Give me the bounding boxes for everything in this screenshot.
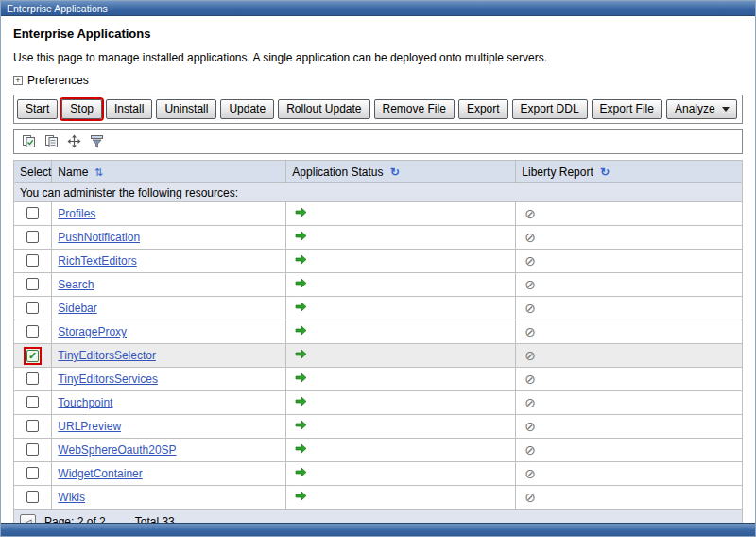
status-started-icon: [295, 372, 307, 383]
row-checkbox[interactable]: [26, 420, 39, 432]
sort-icon[interactable]: ⇅: [94, 166, 103, 178]
preferences-label: Preferences: [27, 74, 89, 87]
application-link[interactable]: StorageProxy: [58, 325, 127, 338]
status-started-icon: [295, 491, 307, 501]
row-checkbox[interactable]: [26, 231, 39, 243]
start-button[interactable]: Start: [17, 99, 58, 119]
checkbox-wrap: [26, 442, 40, 457]
not-available-icon: ⊘: [524, 206, 536, 221]
not-available-icon: ⊘: [524, 419, 536, 434]
application-link[interactable]: Profiles: [58, 207, 95, 220]
table-row: TinyEditorsServices ⊘: [14, 368, 743, 391]
table-row: PushNotification ⊘: [14, 226, 743, 250]
application-link[interactable]: Search: [58, 278, 94, 291]
application-link[interactable]: PushNotification: [58, 231, 140, 244]
export-button[interactable]: Export: [458, 99, 508, 119]
row-checkbox[interactable]: [26, 325, 39, 338]
action-toolbar: StartStopInstallUninstallUpdateRollout U…: [13, 95, 743, 124]
row-checkbox[interactable]: [26, 467, 39, 479]
table-row: Touchpoint ⊘: [14, 391, 743, 415]
row-checkbox[interactable]: [26, 443, 39, 456]
status-started-icon: [295, 278, 307, 288]
status-started-icon: [295, 207, 307, 217]
update-button[interactable]: Update: [220, 99, 274, 119]
window-title: Enterprise Applications: [1, 1, 755, 16]
checkbox-wrap: [26, 324, 40, 338]
status-started-icon: [295, 325, 307, 336]
enterprise-applications-window: Enterprise Applications Enterprise Appli…: [0, 0, 756, 537]
checkbox-wrap: [26, 466, 40, 480]
application-link[interactable]: RichTextEditors: [58, 254, 136, 268]
row-checkbox[interactable]: [26, 491, 39, 503]
table-row: Wikis ⊘: [14, 486, 743, 510]
row-checkbox[interactable]: [26, 207, 39, 219]
application-link[interactable]: TinyEditorsSelector: [58, 349, 156, 362]
application-link[interactable]: WidgetContainer: [58, 467, 142, 480]
not-available-icon: ⊘: [524, 253, 536, 268]
application-link[interactable]: Sidebar: [58, 302, 96, 315]
not-available-icon: ⊘: [524, 348, 536, 363]
not-available-icon: ⊘: [524, 442, 536, 458]
export-file-button[interactable]: Export File: [592, 99, 662, 119]
row-checkbox[interactable]: [26, 372, 39, 385]
row-checkbox[interactable]: [26, 278, 39, 290]
table-row: ✓ TinyEditorsSelector ⊘: [14, 344, 743, 368]
application-link[interactable]: URLPreview: [58, 420, 121, 433]
checkbox-wrap: [26, 301, 40, 315]
status-started-icon: [295, 231, 307, 241]
checkbox-wrap: [26, 206, 40, 220]
bottom-bar: [1, 523, 755, 536]
rollout-update-button[interactable]: Rollout Update: [278, 99, 369, 119]
checkbox-wrap: [26, 253, 40, 268]
page-description: Use this page to manage installed applic…: [13, 51, 743, 64]
preferences-toggle[interactable]: + Preferences: [13, 74, 89, 87]
not-available-icon: ⊘: [524, 230, 536, 245]
table-row: StorageProxy ⊘: [14, 320, 743, 344]
not-available-icon: ⊘: [524, 490, 536, 505]
applications-table: Select Name ⇅ Application Status ↻ Liber…: [13, 160, 743, 535]
checkbox-wrap: [26, 230, 40, 244]
admin-note-row: You can administer the following resourc…: [14, 183, 743, 202]
status-started-icon: [295, 254, 307, 265]
not-available-icon: ⊘: [524, 372, 536, 387]
column-header-liberty-report: Liberty Report ↻: [516, 161, 743, 183]
analyze-dropdown-button[interactable]: Analyze: [666, 99, 737, 119]
checkbox-wrap: [26, 419, 40, 433]
not-available-icon: ⊘: [524, 324, 536, 339]
application-link[interactable]: WebSphereOauth20SP: [58, 443, 176, 457]
checkbox-wrap: ✓: [26, 349, 40, 363]
column-header-select: Select: [14, 161, 52, 183]
remove-file-button[interactable]: Remove File: [374, 99, 455, 119]
uninstall-button[interactable]: Uninstall: [156, 99, 216, 119]
row-checkbox[interactable]: [26, 302, 39, 314]
page-content: Enterprise Applications Use this page to…: [1, 16, 755, 535]
table-row: Profiles ⊘: [14, 202, 743, 226]
row-checkbox[interactable]: ✓: [26, 350, 39, 362]
table-body: Profiles ⊘ PushNotification ⊘: [14, 202, 743, 510]
row-checkbox[interactable]: [26, 254, 39, 267]
select-all-icon[interactable]: [19, 132, 38, 150]
expand-columns-icon[interactable]: [64, 132, 83, 150]
table-row: RichTextEditors ⊘: [14, 250, 743, 273]
window-title-bar: Enterprise Applications: [1, 1, 755, 16]
export-ddl-button[interactable]: Export DDL: [512, 99, 588, 119]
admin-note: You can administer the following resourc…: [14, 183, 743, 202]
status-started-icon: [295, 349, 307, 359]
table-row: WidgetContainer ⊘: [14, 462, 743, 486]
show-filter-icon[interactable]: [87, 132, 106, 150]
status-refresh-icon[interactable]: ↻: [390, 165, 400, 179]
table-row: Search ⊘: [14, 273, 743, 297]
stop-button[interactable]: Stop: [61, 99, 102, 119]
application-link[interactable]: Wikis: [58, 491, 85, 504]
deselect-all-icon[interactable]: [42, 132, 60, 150]
checkbox-wrap: [26, 277, 40, 291]
row-checkbox[interactable]: [26, 396, 39, 408]
liberty-refresh-icon[interactable]: ↻: [600, 165, 610, 179]
application-link[interactable]: Touchpoint: [58, 396, 112, 409]
not-available-icon: ⊘: [524, 466, 536, 481]
column-header-name: Name ⇅: [52, 161, 286, 183]
application-link[interactable]: TinyEditorsServices: [58, 372, 158, 386]
expand-plus-icon[interactable]: +: [13, 76, 23, 85]
install-button[interactable]: Install: [106, 99, 152, 119]
checkbox-wrap: [26, 395, 40, 409]
